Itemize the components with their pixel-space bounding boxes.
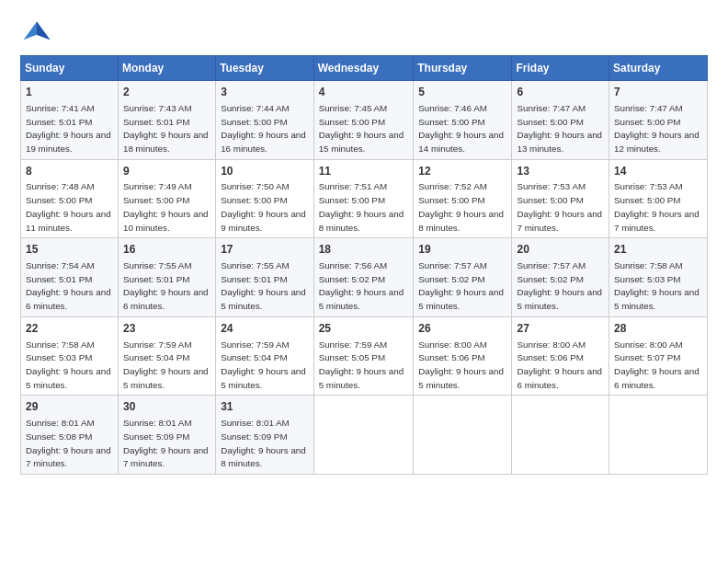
day-cell: 6Sunrise: 7:47 AMSunset: 5:00 PMDaylight… [512, 81, 609, 160]
weekday-header-wednesday: Wednesday [313, 56, 414, 81]
week-row-1: 1Sunrise: 7:41 AMSunset: 5:01 PMDaylight… [21, 81, 708, 160]
day-number: 1 [26, 85, 113, 100]
day-number: 16 [123, 242, 210, 258]
day-info: Sunrise: 8:00 AMSunset: 5:07 PMDaylight:… [614, 339, 700, 390]
day-cell: 28Sunrise: 8:00 AMSunset: 5:07 PMDayligh… [609, 316, 708, 396]
day-cell: 4Sunrise: 7:45 AMSunset: 5:00 PMDaylight… [313, 81, 414, 160]
day-number: 6 [517, 85, 604, 100]
day-number: 27 [517, 321, 604, 337]
day-info: Sunrise: 7:59 AMSunset: 5:05 PMDaylight:… [319, 339, 404, 390]
week-row-2: 8Sunrise: 7:48 AMSunset: 5:00 PMDaylight… [21, 159, 708, 238]
day-cell: 10Sunrise: 7:50 AMSunset: 5:00 PMDayligh… [216, 159, 313, 238]
week-row-5: 29Sunrise: 8:01 AMSunset: 5:08 PMDayligh… [21, 396, 708, 475]
day-number: 12 [418, 164, 506, 179]
day-info: Sunrise: 7:46 AMSunset: 5:00 PMDaylight:… [418, 103, 504, 154]
day-number: 25 [319, 321, 409, 337]
day-info: Sunrise: 7:48 AMSunset: 5:00 PMDaylight:… [26, 181, 111, 232]
day-cell [313, 396, 414, 475]
day-number: 19 [418, 242, 506, 258]
day-info: Sunrise: 7:47 AMSunset: 5:00 PMDaylight:… [614, 103, 700, 154]
day-info: Sunrise: 7:57 AMSunset: 5:02 PMDaylight:… [418, 260, 504, 311]
day-cell: 5Sunrise: 7:46 AMSunset: 5:00 PMDaylight… [414, 81, 512, 160]
day-info: Sunrise: 7:51 AMSunset: 5:00 PMDaylight:… [319, 181, 404, 232]
day-number: 5 [418, 85, 506, 100]
day-cell [609, 396, 708, 475]
day-info: Sunrise: 8:00 AMSunset: 5:06 PMDaylight:… [517, 339, 602, 390]
day-number: 2 [123, 85, 210, 100]
day-number: 29 [26, 399, 113, 415]
day-info: Sunrise: 7:57 AMSunset: 5:02 PMDaylight:… [517, 260, 602, 311]
day-number: 21 [614, 242, 702, 258]
day-number: 13 [517, 164, 604, 179]
day-info: Sunrise: 7:58 AMSunset: 5:03 PMDaylight:… [26, 339, 111, 390]
day-number: 18 [319, 242, 409, 258]
day-info: Sunrise: 7:55 AMSunset: 5:01 PMDaylight:… [221, 260, 306, 311]
header-row [20, 17, 708, 50]
day-cell: 26Sunrise: 8:00 AMSunset: 5:06 PMDayligh… [414, 316, 512, 396]
day-cell: 2Sunrise: 7:43 AMSunset: 5:01 PMDaylight… [118, 81, 215, 160]
day-number: 30 [123, 399, 210, 415]
week-row-4: 22Sunrise: 7:58 AMSunset: 5:03 PMDayligh… [21, 316, 708, 396]
weekday-header-saturday: Saturday [609, 56, 708, 81]
day-info: Sunrise: 7:44 AMSunset: 5:00 PMDaylight:… [221, 103, 306, 154]
day-info: Sunrise: 7:55 AMSunset: 5:01 PMDaylight:… [123, 260, 209, 311]
day-cell: 18Sunrise: 7:56 AMSunset: 5:02 PMDayligh… [313, 238, 414, 317]
day-cell: 17Sunrise: 7:55 AMSunset: 5:01 PMDayligh… [216, 238, 313, 317]
day-info: Sunrise: 7:59 AMSunset: 5:04 PMDaylight:… [123, 339, 209, 390]
day-cell: 11Sunrise: 7:51 AMSunset: 5:00 PMDayligh… [313, 159, 414, 238]
day-info: Sunrise: 7:53 AMSunset: 5:00 PMDaylight:… [614, 181, 700, 232]
day-cell: 9Sunrise: 7:49 AMSunset: 5:00 PMDaylight… [118, 159, 215, 238]
day-cell: 13Sunrise: 7:53 AMSunset: 5:00 PMDayligh… [512, 159, 609, 238]
weekday-header-row: SundayMondayTuesdayWednesdayThursdayFrid… [21, 56, 708, 81]
day-info: Sunrise: 7:47 AMSunset: 5:00 PMDaylight:… [517, 103, 602, 154]
day-cell: 15Sunrise: 7:54 AMSunset: 5:01 PMDayligh… [21, 238, 119, 317]
day-cell [512, 396, 609, 475]
day-cell: 29Sunrise: 8:01 AMSunset: 5:08 PMDayligh… [21, 396, 119, 475]
day-info: Sunrise: 7:58 AMSunset: 5:03 PMDaylight:… [614, 260, 700, 311]
day-number: 9 [123, 164, 210, 179]
day-number: 20 [517, 242, 604, 258]
day-cell: 8Sunrise: 7:48 AMSunset: 5:00 PMDaylight… [21, 159, 119, 238]
day-number: 22 [26, 321, 113, 337]
weekday-header-friday: Friday [512, 56, 609, 81]
day-info: Sunrise: 7:41 AMSunset: 5:01 PMDaylight:… [26, 103, 111, 154]
day-cell: 23Sunrise: 7:59 AMSunset: 5:04 PMDayligh… [118, 316, 215, 396]
day-number: 31 [221, 399, 308, 415]
day-number: 28 [614, 321, 702, 337]
day-cell: 27Sunrise: 8:00 AMSunset: 5:06 PMDayligh… [512, 316, 609, 396]
day-number: 15 [26, 242, 113, 258]
logo-icon [20, 17, 53, 50]
day-number: 17 [221, 242, 308, 258]
day-cell: 1Sunrise: 7:41 AMSunset: 5:01 PMDaylight… [21, 81, 119, 160]
day-info: Sunrise: 7:56 AMSunset: 5:02 PMDaylight:… [319, 260, 404, 311]
day-info: Sunrise: 7:59 AMSunset: 5:04 PMDaylight:… [221, 339, 306, 390]
weekday-header-monday: Monday [118, 56, 215, 81]
day-number: 24 [221, 321, 308, 337]
day-cell: 24Sunrise: 7:59 AMSunset: 5:04 PMDayligh… [216, 316, 313, 396]
day-number: 11 [319, 164, 409, 179]
day-info: Sunrise: 7:54 AMSunset: 5:01 PMDaylight:… [26, 260, 111, 311]
calendar-table: SundayMondayTuesdayWednesdayThursdayFrid… [20, 55, 708, 475]
day-cell [414, 396, 512, 475]
week-row-3: 15Sunrise: 7:54 AMSunset: 5:01 PMDayligh… [21, 238, 708, 317]
day-cell: 3Sunrise: 7:44 AMSunset: 5:00 PMDaylight… [216, 81, 313, 160]
day-info: Sunrise: 8:00 AMSunset: 5:06 PMDaylight:… [418, 339, 504, 390]
day-cell: 7Sunrise: 7:47 AMSunset: 5:00 PMDaylight… [609, 81, 708, 160]
day-info: Sunrise: 7:43 AMSunset: 5:01 PMDaylight:… [123, 103, 209, 154]
svg-marker-1 [37, 21, 50, 40]
day-number: 10 [221, 164, 308, 179]
day-number: 23 [123, 321, 210, 337]
day-cell: 14Sunrise: 7:53 AMSunset: 5:00 PMDayligh… [609, 159, 708, 238]
day-cell: 20Sunrise: 7:57 AMSunset: 5:02 PMDayligh… [512, 238, 609, 317]
day-info: Sunrise: 8:01 AMSunset: 5:08 PMDaylight:… [26, 418, 111, 468]
day-cell: 12Sunrise: 7:52 AMSunset: 5:00 PMDayligh… [414, 159, 512, 238]
day-number: 26 [418, 321, 506, 337]
day-cell: 22Sunrise: 7:58 AMSunset: 5:03 PMDayligh… [21, 316, 119, 396]
day-cell: 19Sunrise: 7:57 AMSunset: 5:02 PMDayligh… [414, 238, 512, 317]
day-info: Sunrise: 7:52 AMSunset: 5:00 PMDaylight:… [418, 181, 504, 232]
day-number: 3 [221, 85, 308, 100]
weekday-header-thursday: Thursday [414, 56, 512, 81]
calendar-body: 1Sunrise: 7:41 AMSunset: 5:01 PMDaylight… [21, 81, 708, 475]
weekday-header-sunday: Sunday [21, 56, 119, 81]
day-info: Sunrise: 7:53 AMSunset: 5:00 PMDaylight:… [517, 181, 602, 232]
